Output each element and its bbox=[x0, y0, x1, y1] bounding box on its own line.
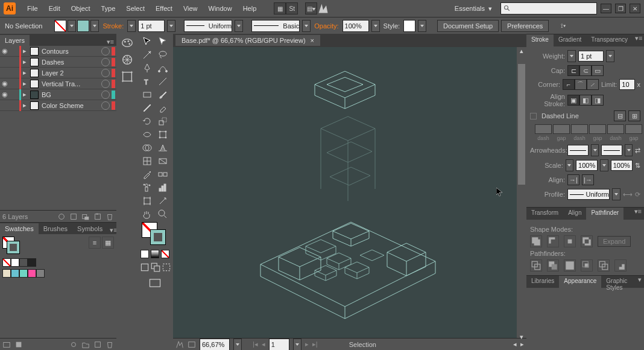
opacity-dropdown[interactable] bbox=[371, 20, 380, 32]
tab-swatches[interactable]: Swatches bbox=[0, 223, 39, 234]
dash-input[interactable] bbox=[571, 124, 588, 134]
doc-tab[interactable]: Base.pdf* @ 66,67% (RGB/GPU Preview)× bbox=[175, 35, 320, 46]
menu-edit[interactable]: Edit bbox=[43, 0, 66, 17]
gpu-icon[interactable] bbox=[317, 2, 329, 14]
arrow-align-to[interactable]: |→ bbox=[582, 174, 594, 185]
scale1-stepper[interactable] bbox=[566, 159, 573, 171]
nav-icon[interactable] bbox=[188, 340, 196, 349]
swap-arrows-icon[interactable]: ⇄ bbox=[635, 147, 640, 154]
intersect-icon[interactable] bbox=[564, 235, 576, 247]
profile-select[interactable]: Uniform bbox=[567, 189, 610, 200]
layer-row[interactable]: ▸Dashes bbox=[0, 57, 116, 68]
layer-name[interactable]: BG bbox=[40, 91, 99, 98]
swatch-none[interactable] bbox=[2, 258, 11, 267]
gap-input[interactable] bbox=[553, 124, 570, 134]
minus-back-icon[interactable] bbox=[614, 259, 627, 272]
hscroll-left-icon[interactable]: ◂ bbox=[513, 340, 517, 348]
document-setup-button[interactable]: Document Setup bbox=[437, 20, 499, 32]
swatch[interactable] bbox=[28, 258, 36, 267]
crop-icon[interactable] bbox=[581, 259, 593, 272]
fill-stroke-tool[interactable] bbox=[139, 222, 171, 249]
pen-tool[interactable] bbox=[139, 62, 155, 75]
swatch-opts-icon[interactable] bbox=[69, 340, 78, 349]
menu-type[interactable]: Type bbox=[96, 0, 121, 17]
cap-round[interactable]: ⊂ bbox=[579, 65, 592, 76]
bridge-icon[interactable]: ▦ bbox=[274, 2, 286, 14]
outline-icon[interactable] bbox=[598, 259, 610, 272]
arrow-start[interactable] bbox=[567, 145, 589, 156]
expand-button[interactable]: Expand bbox=[598, 236, 631, 247]
layer-row[interactable]: ◉▸Contours bbox=[0, 46, 116, 57]
dashed-checkbox[interactable] bbox=[530, 113, 537, 119]
tab-appearance[interactable]: Appearance bbox=[559, 276, 601, 288]
swatch-kind-icon[interactable] bbox=[14, 340, 23, 349]
stock-icon[interactable]: St bbox=[286, 2, 298, 14]
close-button[interactable]: ✕ bbox=[630, 4, 640, 13]
close-tab-icon[interactable]: × bbox=[311, 37, 314, 44]
tab-brushes[interactable]: Brushes bbox=[39, 223, 72, 234]
direct-selection-tool[interactable] bbox=[155, 35, 171, 48]
draw-inside[interactable] bbox=[161, 261, 172, 274]
scale1-input[interactable]: 100% bbox=[576, 160, 598, 171]
limit-input[interactable]: 10 bbox=[619, 79, 634, 90]
scale-tool[interactable] bbox=[155, 115, 171, 128]
weight-input[interactable]: 1 pt bbox=[578, 51, 604, 62]
fill-swatch[interactable] bbox=[54, 20, 66, 32]
dash-input[interactable] bbox=[535, 124, 552, 134]
target-icon[interactable] bbox=[101, 58, 110, 66]
target-icon[interactable] bbox=[101, 47, 110, 56]
artboard-tool[interactable] bbox=[139, 194, 155, 208]
flip-across-icon[interactable]: ⟷ bbox=[623, 191, 633, 199]
target-icon[interactable] bbox=[101, 69, 110, 77]
panel-menu-icon[interactable]: ▾≡ bbox=[104, 38, 116, 46]
swatch[interactable] bbox=[2, 269, 11, 278]
canvas[interactable] bbox=[173, 47, 517, 338]
curvature-tool[interactable] bbox=[155, 62, 171, 75]
tab-symbols[interactable]: Symbols bbox=[72, 223, 107, 234]
align-outside[interactable]: ◨ bbox=[592, 95, 604, 106]
eyedropper-tool[interactable] bbox=[139, 168, 155, 181]
swatch-lib-icon[interactable] bbox=[2, 340, 11, 349]
align-center[interactable]: ▣ bbox=[567, 95, 579, 106]
minus-front-icon[interactable] bbox=[547, 235, 559, 247]
corner-bevel[interactable]: ⟋ bbox=[587, 79, 599, 90]
scale2-input[interactable]: 100% bbox=[611, 160, 633, 171]
corner-miter[interactable]: ⌐ bbox=[563, 79, 575, 90]
arrow-end[interactable] bbox=[601, 145, 622, 156]
menu-view[interactable]: View bbox=[178, 0, 203, 17]
panel-menu-icon[interactable]: ▾≡ bbox=[633, 34, 644, 46]
visibility-toggle[interactable]: ◉ bbox=[0, 47, 10, 55]
arrow-align-from[interactable]: →| bbox=[567, 174, 579, 185]
corner-round[interactable]: ⌒ bbox=[575, 79, 587, 90]
swatch[interactable] bbox=[11, 269, 19, 278]
type-tool[interactable]: T bbox=[139, 75, 155, 88]
layer-expand-icon[interactable]: ▸ bbox=[21, 47, 28, 55]
color-panel-icon[interactable] bbox=[121, 36, 134, 49]
prev-artboard-icon[interactable]: ◂ bbox=[262, 340, 265, 348]
make-clip-icon[interactable] bbox=[69, 212, 78, 221]
tab-graphic-styles[interactable]: Graphic Styles bbox=[601, 276, 636, 288]
artboard-dropdown[interactable] bbox=[293, 339, 301, 351]
width-tool[interactable] bbox=[139, 128, 155, 141]
new-swatch-icon[interactable] bbox=[93, 340, 102, 349]
tab-stroke[interactable]: Stroke bbox=[526, 34, 554, 46]
zoom-input[interactable]: 66,67% bbox=[200, 339, 230, 351]
shape-builder-tool[interactable] bbox=[139, 141, 155, 154]
profile-dd[interactable] bbox=[612, 188, 620, 200]
new-group-icon[interactable] bbox=[81, 340, 90, 349]
menu-file[interactable]: File bbox=[22, 0, 43, 17]
exclude-icon[interactable] bbox=[581, 235, 593, 247]
weight-dropdown[interactable] bbox=[167, 20, 175, 32]
arrow-start-dd[interactable] bbox=[591, 144, 599, 156]
delete-swatch-icon[interactable] bbox=[106, 340, 114, 349]
link-scale-icon[interactable]: ⇅ bbox=[635, 162, 640, 170]
target-icon[interactable] bbox=[101, 80, 110, 88]
brush-select[interactable]: Basic bbox=[251, 20, 300, 32]
layer-name[interactable]: Dashes bbox=[40, 59, 99, 66]
blend-tool[interactable] bbox=[155, 168, 171, 181]
lasso-tool[interactable] bbox=[155, 48, 171, 62]
brush-dropdown[interactable] bbox=[302, 20, 311, 32]
cap-square[interactable]: ▭ bbox=[592, 65, 604, 76]
locate-layer-icon[interactable] bbox=[57, 212, 66, 221]
paintbrush-tool[interactable] bbox=[155, 88, 171, 101]
